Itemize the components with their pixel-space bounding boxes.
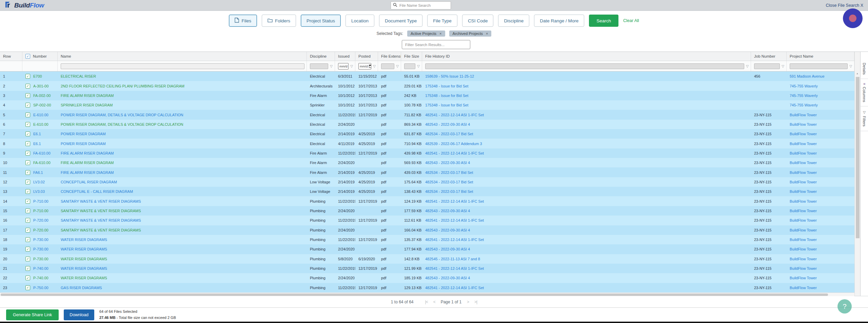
files-button[interactable]: Files — [229, 15, 257, 27]
file-number-link[interactable]: P-710.00 — [33, 199, 48, 203]
project-name-link[interactable]: BuildFlow Tower — [787, 283, 854, 292]
file-number-link[interactable]: P-720.00 — [33, 218, 48, 222]
file-name-link[interactable]: CONCEPTUAL E - CALL RISER DIAGRAM — [58, 187, 307, 196]
file-type-button[interactable]: File Type — [427, 15, 457, 27]
search-button[interactable]: Search — [589, 15, 618, 27]
name-filter-input[interactable] — [61, 63, 304, 69]
project-name-link[interactable]: BuildFlow Tower — [787, 139, 854, 148]
col-header-row[interactable]: Row — [0, 52, 22, 61]
tab-details[interactable]: Details — [861, 59, 868, 79]
file-history-link[interactable]: 482541 - 2022-12-14 ASI 1-IFC Set — [422, 264, 751, 273]
filter-funnel-icon[interactable]: ▽ — [746, 64, 749, 68]
row-checkbox[interactable]: ✓ — [25, 266, 30, 271]
table-row[interactable]: 18 ✓ P-730.00 WATER RISER DIAGRAMS Plumb… — [0, 235, 854, 244]
file-number-link[interactable]: FA-610.00 — [33, 151, 51, 155]
row-checkbox[interactable]: ✓ — [25, 122, 30, 127]
file-history-link[interactable]: 175348 - Issue for Bid Set — [422, 81, 751, 90]
file-number-link[interactable]: E700 — [33, 74, 42, 78]
file-name-link[interactable]: WATER RISER DIAGRAMS — [58, 264, 307, 273]
file-number-link[interactable]: P-730.00 — [33, 257, 48, 261]
col-header-discipline[interactable]: Discipline — [307, 52, 335, 61]
table-row[interactable]: 4 ✓ SP-002-00 SPRINKLER RISER DIAGRAM Sp… — [0, 100, 854, 110]
file-name-link[interactable]: SANITARY WASTE & VENT RISER DIAGRAMS — [58, 225, 307, 235]
table-row[interactable]: 14 ✓ P-710.00 SANITARY WASTE & VENT RISE… — [0, 196, 854, 206]
file-name-link[interactable]: WATER RISER DIAGRAMS — [58, 235, 307, 244]
select-all-checkbox[interactable]: ✓ — [25, 54, 30, 59]
job-number-filter-input[interactable] — [754, 63, 780, 69]
filter-funnel-icon[interactable]: ▽ — [417, 64, 420, 68]
tab-columns[interactable]: ≡ Columns — [861, 79, 868, 106]
project-name-link[interactable]: BuildFlow Tower — [787, 120, 854, 129]
row-checkbox[interactable]: ✓ — [25, 160, 30, 165]
project-name-link[interactable]: BuildFlow Tower — [787, 167, 854, 177]
file-name-link[interactable]: FIRE ALARM RISER DIAGRAM — [58, 148, 307, 158]
document-type-button[interactable]: Document Type — [379, 15, 422, 27]
row-checkbox[interactable]: ✓ — [25, 199, 30, 204]
row-checkbox[interactable]: ✓ — [25, 276, 30, 280]
file-number-link[interactable]: P-730.00 — [33, 247, 48, 251]
horizontal-scrollbar-thumb[interactable] — [1, 294, 828, 296]
file-number-link[interactable]: P-750.00 — [33, 286, 48, 290]
file-history-link[interactable]: 482541 - 2022-12-14 ASI 1-IFC Set — [422, 110, 751, 119]
file-history-link[interactable]: 482534 - 2022-03-17 Bid Set — [422, 129, 751, 139]
table-row[interactable]: 11 ✓ FA6.1 FIRE ALARM RISER DIAGRAM Fire… — [0, 167, 854, 177]
row-checkbox[interactable]: ✓ — [25, 247, 30, 251]
file-history-link[interactable]: 482543 - 2022-09-30 ASI 4 — [422, 206, 751, 216]
row-checkbox[interactable]: ✓ — [25, 285, 30, 290]
table-row[interactable]: 16 ✓ P-720.00 SANITARY WASTE & VENT RISE… — [0, 216, 854, 225]
location-button[interactable]: Location — [346, 15, 374, 27]
project-name-link[interactable]: 745-755 Waverly — [787, 81, 854, 90]
project-name-link[interactable]: BuildFlow Tower — [787, 264, 854, 273]
table-row[interactable]: 10 ✓ FA-610.00 FIRE ALARM RISER DIAGRAM … — [0, 158, 854, 167]
row-checkbox[interactable]: ✓ — [25, 132, 30, 136]
tab-filters[interactable]: ▽ Filters — [861, 106, 868, 131]
file-size-filter-input[interactable] — [404, 63, 415, 69]
file-history-link[interactable]: 482543 - 2022-09-30 ASI 4 — [422, 225, 751, 235]
filter-funnel-icon[interactable]: ▽ — [373, 64, 376, 68]
vertical-scrollbar[interactable]: ▲ — [854, 52, 860, 296]
row-checkbox[interactable]: ✓ — [25, 228, 30, 233]
table-row[interactable]: 21 ✓ P-740.00 WATER RISER DIAGRAMS Plumb… — [0, 264, 854, 273]
row-checkbox[interactable]: ✓ — [25, 208, 30, 213]
file-history-link[interactable]: 482534 - 2022-03-17 Bid Set — [422, 187, 751, 196]
table-row[interactable]: 7 ✓ E6.1 POWER RISER DIAGRAM Electrical … — [0, 129, 854, 139]
file-name-link[interactable]: POWER RISER DIAGRAM — [58, 129, 307, 139]
close-file-search-link[interactable]: Close File Search X — [826, 3, 863, 8]
file-history-link[interactable]: 482545 - 2022-11-13 ASI 7 and 8 — [422, 254, 751, 264]
file-name-link[interactable]: FIRE ALARM RISER DIAGRAM — [58, 158, 307, 167]
file-number-link[interactable]: LV3.02 — [33, 180, 45, 184]
row-checkbox[interactable]: ✓ — [25, 189, 30, 194]
clear-all-link[interactable]: Clear All — [623, 18, 639, 23]
col-header-file-extension[interactable]: File Extension — [378, 52, 401, 61]
file-history-link[interactable]: 482534 - 2022-03-17 Bid Set — [422, 177, 751, 187]
file-number-link[interactable]: FA6.1 — [33, 170, 43, 175]
file-history-link[interactable]: 482539 - 2022-06-17 Addendum 3 — [422, 139, 751, 148]
table-row[interactable]: 17 ✓ P-720.00 SANITARY WASTE & VENT RISE… — [0, 225, 854, 235]
row-checkbox[interactable]: ✓ — [25, 113, 30, 117]
file-number-link[interactable]: P-730.00 — [33, 238, 48, 242]
project-name-link[interactable]: BuildFlow Tower — [787, 148, 854, 158]
project-name-link[interactable]: BuildFlow Tower — [787, 225, 854, 235]
remove-tag-icon[interactable]: × — [486, 32, 488, 36]
table-row[interactable]: 19 ✓ P-730.00 WATER RISER DIAGRAMS Plumb… — [0, 244, 854, 254]
file-name-link[interactable]: 2ND FLOOR REFLECTED CEILING PLAN/ PLUMBI… — [58, 81, 307, 90]
file-name-link[interactable]: POWER RISER DIAGRAM, DETAILS & VOLTAGE D… — [58, 120, 307, 129]
table-row[interactable]: 15 ✓ P-710.00 SANITARY WASTE & VENT RISE… — [0, 206, 854, 216]
table-row[interactable]: 22 ✓ P-740.00 WATER RISER DIAGRAMS Plumb… — [0, 273, 854, 283]
col-header-job-number[interactable]: Job Number — [751, 52, 787, 61]
file-name-link[interactable]: CONCEPTUAL RISER DIAGRAM — [58, 177, 307, 187]
col-header-number[interactable]: ✓ Number — [22, 52, 58, 61]
file-history-link[interactable]: 482543 - 2022-09-30 ASI 4 — [422, 273, 751, 283]
row-checkbox[interactable]: ✓ — [25, 74, 30, 79]
file-history-link[interactable]: 482541 - 2022-12-14 ASI 1-IFC Set — [422, 196, 751, 206]
file-number-link[interactable]: A-301-00 — [33, 84, 48, 88]
row-checkbox[interactable]: ✓ — [25, 151, 30, 156]
project-status-button[interactable]: Project Status — [301, 15, 341, 27]
discipline-button[interactable]: Discipline — [498, 15, 529, 27]
row-checkbox[interactable]: ✓ — [25, 257, 30, 261]
table-row[interactable]: 13 ✓ LV3.03 CONCEPTUAL E - CALL RISER DI… — [0, 187, 854, 196]
file-name-link[interactable]: SANITARY WASTE & VENT RISER DIAGRAMS — [58, 206, 307, 216]
issued-date-filter[interactable]: mm/d — [338, 63, 349, 69]
project-name-link[interactable]: BuildFlow Tower — [787, 273, 854, 283]
table-row[interactable]: 8 ✓ E6.1 POWER RISER DIAGRAM Electrical … — [0, 139, 854, 148]
